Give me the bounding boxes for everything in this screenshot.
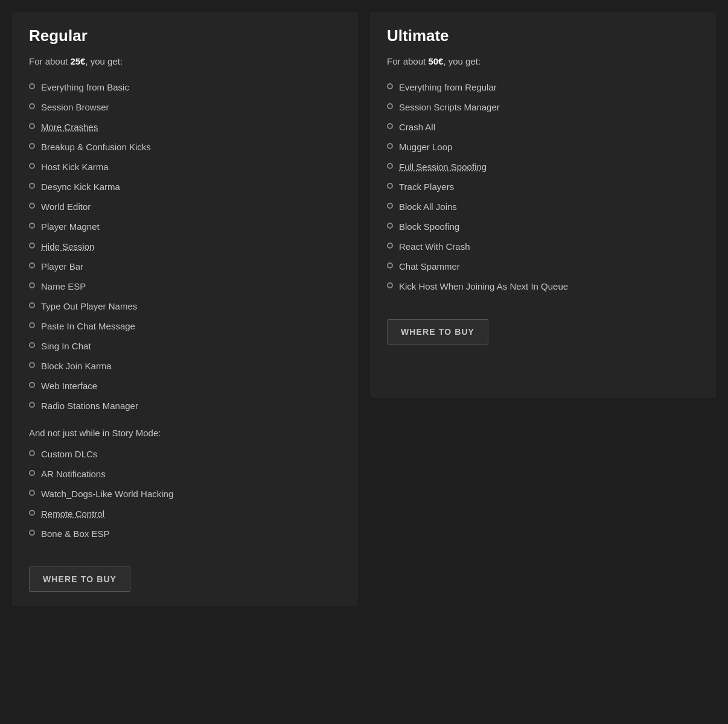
bullet-icon [29, 83, 35, 89]
bullet-icon [387, 83, 393, 89]
feature-text: AR Notifications [41, 468, 106, 480]
bullet-icon [387, 183, 393, 189]
list-item: Block All Joins [387, 197, 699, 217]
bullet-icon [29, 530, 35, 536]
bullet-icon [387, 163, 393, 169]
bullet-icon [29, 282, 35, 288]
bullet-icon [29, 470, 35, 476]
regular-where-to-buy-button[interactable]: WHERE TO BUY [29, 567, 130, 592]
list-item: Block Spoofing [387, 217, 699, 237]
ultimate-feature-list: Everything from RegularSession Scripts M… [387, 77, 699, 296]
bullet-icon [29, 183, 35, 189]
feature-text: Mugger Loop [399, 141, 452, 153]
feature-text: Block All Joins [399, 200, 457, 213]
bullet-icon [387, 262, 393, 268]
bullet-icon [387, 203, 393, 209]
bullet-icon [387, 243, 393, 249]
bullet-icon [29, 490, 35, 496]
bullet-icon [29, 382, 35, 388]
bullet-icon [387, 143, 393, 149]
feature-text: Desync Kick Karma [41, 180, 120, 193]
ultimate-column: Ultimate For about 50€, you get: Everyth… [370, 12, 716, 398]
list-item: Bone & Box ESP [29, 524, 341, 544]
bullet-icon [387, 123, 393, 129]
list-item: Desync Kick Karma [29, 177, 341, 197]
regular-section-note: And not just while in Story Mode: [29, 428, 341, 438]
list-item: Full Session Spoofing [387, 157, 699, 177]
list-item: Web Interface [29, 376, 341, 396]
list-item: Session Scripts Manager [387, 97, 699, 117]
feature-text: React With Crash [399, 240, 470, 253]
list-item: Session Browser [29, 97, 341, 117]
ultimate-where-to-buy-button[interactable]: WHERE TO BUY [387, 319, 488, 345]
list-item: Everything from Regular [387, 77, 699, 97]
feature-text: Web Interface [41, 379, 97, 392]
feature-text: Watch_Dogs-Like World Hacking [41, 487, 173, 500]
ultimate-title: Ultimate [387, 27, 699, 45]
feature-text: More Crashes [41, 121, 98, 133]
list-item: Watch_Dogs-Like World Hacking [29, 484, 341, 504]
feature-text: Breakup & Confusion Kicks [41, 141, 151, 153]
list-item: AR Notifications [29, 464, 341, 484]
feature-text: Bone & Box ESP [41, 527, 109, 540]
feature-text: Custom DLCs [41, 448, 97, 460]
regular-column: Regular For about 25€, you get: Everythi… [12, 12, 358, 606]
list-item: Player Bar [29, 256, 341, 276]
bullet-icon [29, 450, 35, 456]
feature-text: Radio Stations Manager [41, 399, 138, 412]
list-item: Chat Spammer [387, 256, 699, 276]
list-item: Type Out Player Names [29, 296, 341, 316]
list-item: World Editor [29, 197, 341, 217]
feature-text: Track Players [399, 180, 454, 193]
regular-feature-list: Everything from BasicSession BrowserMore… [29, 77, 341, 416]
bullet-icon [29, 302, 35, 308]
list-item: Radio Stations Manager [29, 396, 341, 416]
list-item: Mugger Loop [387, 137, 699, 157]
bullet-icon [29, 362, 35, 368]
list-item: Track Players [387, 177, 699, 197]
list-item: Breakup & Confusion Kicks [29, 137, 341, 157]
ultimate-price: 50€ [428, 56, 443, 66]
feature-text: Hide Session [41, 240, 94, 253]
feature-text: Remote Control [41, 507, 104, 520]
bullet-icon [29, 322, 35, 328]
feature-text: Sing In Chat [41, 340, 91, 352]
feature-text: Crash All [399, 121, 435, 133]
feature-text: Paste In Chat Message [41, 320, 135, 332]
feature-text: Type Out Player Names [41, 300, 137, 313]
feature-text: Block Join Karma [41, 360, 112, 372]
regular-title: Regular [29, 27, 341, 45]
bullet-icon [29, 103, 35, 109]
feature-text: Kick Host When Joining As Next In Queue [399, 280, 568, 293]
feature-text: Host Kick Karma [41, 160, 109, 173]
ultimate-price-intro: For about 50€, you get: [387, 56, 699, 66]
list-item: Hide Session [29, 237, 341, 256]
feature-text: Block Spoofing [399, 220, 459, 233]
list-item: Sing In Chat [29, 336, 341, 356]
page-container: Regular For about 25€, you get: Everythi… [0, 0, 728, 618]
feature-text: Session Browser [41, 101, 109, 113]
bullet-icon [29, 163, 35, 169]
bullet-icon [387, 282, 393, 288]
list-item: Crash All [387, 117, 699, 137]
feature-text: Everything from Regular [399, 81, 497, 94]
bullet-icon [29, 510, 35, 516]
feature-text: Chat Spammer [399, 260, 460, 273]
regular-price-intro: For about 25€, you get: [29, 56, 341, 66]
bullet-icon [29, 123, 35, 129]
feature-text: Name ESP [41, 280, 86, 293]
list-item: Name ESP [29, 276, 341, 296]
bullet-icon [387, 223, 393, 229]
list-item: Block Join Karma [29, 356, 341, 376]
list-item: Everything from Basic [29, 77, 341, 97]
list-item: Paste In Chat Message [29, 316, 341, 336]
feature-text: World Editor [41, 200, 91, 213]
bullet-icon [29, 402, 35, 408]
feature-text: Everything from Basic [41, 81, 129, 94]
list-item: More Crashes [29, 117, 341, 137]
regular-price: 25€ [70, 56, 85, 66]
list-item: Kick Host When Joining As Next In Queue [387, 276, 699, 296]
bullet-icon [387, 103, 393, 109]
feature-text: Player Magnet [41, 220, 100, 233]
feature-text: Session Scripts Manager [399, 101, 500, 113]
